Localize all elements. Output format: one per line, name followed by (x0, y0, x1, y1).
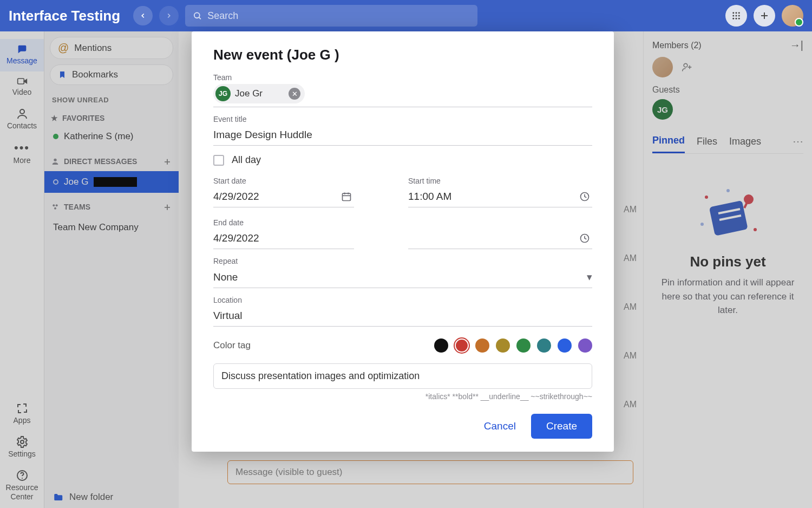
dialpad-icon (731, 11, 741, 21)
svg-point-2 (732, 12, 734, 14)
modal-title: New event (Joe G ) (213, 47, 592, 63)
start-time-label: Start time (408, 177, 592, 185)
color-swatches: ✓ (434, 338, 592, 353)
color-swatch[interactable] (434, 338, 448, 353)
checkbox-icon (213, 155, 224, 166)
dialpad-button[interactable] (725, 5, 747, 27)
markdown-hint: *italics* **bold** __underline__ ~~strik… (213, 392, 592, 401)
location-label: Location (213, 296, 592, 304)
create-button[interactable]: Create (531, 414, 592, 439)
all-day-label: All day (232, 154, 261, 166)
svg-point-8 (732, 18, 734, 19)
team-chip[interactable]: JG Joe Gr ✕ (213, 84, 305, 103)
app-title: Interface Testing (9, 8, 120, 24)
event-title-label: Event title (213, 115, 592, 123)
svg-point-4 (738, 12, 740, 14)
color-swatch[interactable] (537, 338, 551, 353)
color-tag-label: Color tag (213, 340, 251, 351)
user-avatar[interactable] (782, 5, 803, 27)
start-date-label: Start date (213, 177, 354, 185)
repeat-select[interactable]: None ▾ (213, 268, 592, 288)
description-text: Discuss presentation images and optimiza… (221, 370, 420, 381)
team-field[interactable]: JG Joe Gr ✕ (213, 84, 592, 107)
svg-point-7 (738, 15, 740, 17)
all-day-checkbox[interactable]: All day (213, 154, 592, 166)
start-time-input[interactable] (408, 187, 592, 207)
color-swatch[interactable] (496, 338, 510, 353)
color-tag-row: Color tag ✓ (213, 338, 592, 353)
svg-point-10 (738, 18, 740, 19)
chip-remove-button[interactable]: ✕ (289, 88, 300, 100)
start-date-input[interactable] (213, 187, 354, 207)
color-swatch[interactable] (516, 338, 531, 353)
chevron-right-icon (165, 12, 173, 19)
color-swatch[interactable] (558, 338, 572, 353)
repeat-value: None (213, 271, 238, 283)
new-event-modal: New event (Joe G ) Team JG Joe Gr ✕ Even… (192, 31, 614, 452)
svg-point-5 (732, 15, 734, 17)
new-button[interactable] (754, 5, 775, 27)
location-input[interactable] (213, 307, 592, 327)
svg-line-1 (199, 17, 201, 19)
end-date-label: End date (213, 218, 354, 227)
svg-point-9 (736, 18, 737, 19)
calendar-icon[interactable] (341, 191, 352, 202)
topbar: Interface Testing (0, 0, 812, 31)
clock-icon[interactable] (579, 191, 590, 202)
svg-point-6 (736, 15, 737, 17)
end-date-input[interactable] (213, 229, 354, 249)
team-label: Team (213, 73, 592, 82)
nav-back-button[interactable] (133, 6, 153, 25)
chevron-down-icon: ▾ (587, 271, 592, 283)
chip-avatar: JG (215, 86, 231, 101)
chip-name: Joe Gr (235, 88, 263, 99)
event-title-input[interactable] (213, 126, 592, 146)
color-swatch[interactable] (578, 338, 592, 353)
color-swatch[interactable]: ✓ (455, 338, 469, 353)
search-input[interactable] (207, 10, 470, 22)
repeat-label: Repeat (213, 257, 592, 265)
color-swatch[interactable] (475, 338, 489, 353)
cancel-button[interactable]: Cancel (484, 420, 516, 432)
nav-forward-button[interactable] (159, 6, 179, 25)
description-input[interactable]: Discuss presentation images and optimiza… (213, 363, 592, 389)
end-time-input[interactable] (408, 229, 592, 249)
search-field[interactable] (185, 5, 477, 27)
end-time-label (408, 218, 592, 227)
chevron-left-icon (139, 12, 147, 19)
plus-icon (759, 11, 769, 21)
svg-point-0 (194, 12, 200, 18)
search-icon (193, 11, 202, 21)
clock-icon[interactable] (579, 233, 590, 244)
svg-rect-34 (343, 193, 351, 200)
svg-point-3 (736, 12, 737, 14)
